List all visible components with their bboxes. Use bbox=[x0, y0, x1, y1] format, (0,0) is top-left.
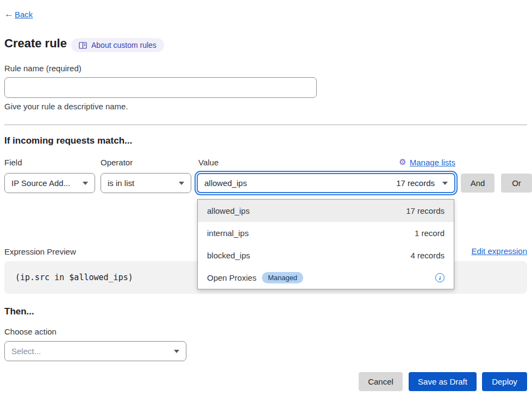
list-item-records: 1 record bbox=[415, 228, 445, 238]
back-link-label[interactable]: Back bbox=[15, 10, 33, 19]
rule-name-help-text: Give your rule a descriptive name. bbox=[4, 102, 128, 111]
list-item-records: 4 records bbox=[410, 251, 445, 260]
list-item-name: Open Proxies bbox=[207, 273, 256, 282]
value-select[interactable]: allowed_ips 17 records bbox=[197, 173, 455, 193]
chevron-down-icon bbox=[442, 182, 448, 185]
operator-select-value: is in list bbox=[108, 178, 179, 188]
then-section-heading: Then... bbox=[4, 306, 34, 317]
field-select-value: IP Source Add... bbox=[11, 178, 83, 188]
about-custom-rules-label: About custom rules bbox=[91, 41, 157, 50]
list-item-name: internal_ips bbox=[207, 228, 415, 238]
or-button[interactable]: Or bbox=[501, 174, 532, 193]
section-divider bbox=[4, 125, 527, 125]
rule-name-label: Rule name (required) bbox=[4, 64, 82, 73]
and-button[interactable]: And bbox=[461, 174, 495, 193]
list-item-name: blocked_ips bbox=[207, 251, 410, 260]
deploy-button[interactable]: Deploy bbox=[482, 372, 527, 391]
match-section-heading: If incoming requests match... bbox=[4, 135, 132, 146]
lists-dropdown: allowed_ips 17 records internal_ips 1 re… bbox=[197, 199, 454, 289]
operator-label: Operator bbox=[101, 158, 133, 167]
chevron-down-icon bbox=[83, 182, 88, 185]
page-title: Create rule bbox=[4, 36, 67, 51]
save-as-draft-button[interactable]: Save as Draft bbox=[409, 372, 477, 391]
list-item-internal-ips[interactable]: internal_ips 1 record bbox=[198, 222, 454, 244]
value-label: Value bbox=[198, 158, 218, 167]
list-item-open-proxies[interactable]: Open Proxies Managed i bbox=[198, 267, 454, 289]
field-select[interactable]: IP Source Add... bbox=[4, 173, 95, 193]
field-label: Field bbox=[4, 158, 22, 167]
rule-name-input[interactable] bbox=[4, 77, 317, 98]
expression-code: (ip.src in $allowed_ips) bbox=[15, 273, 133, 282]
list-item-blocked-ips[interactable]: blocked_ips 4 records bbox=[198, 244, 454, 267]
chevron-down-icon bbox=[179, 182, 184, 185]
chevron-down-icon bbox=[174, 350, 179, 353]
manage-lists-label[interactable]: Manage lists bbox=[410, 158, 455, 167]
value-select-value: allowed_ips bbox=[204, 178, 396, 188]
expression-preview-label: Expression Preview bbox=[4, 247, 76, 256]
gear-icon: ⚙ bbox=[399, 157, 406, 167]
info-icon[interactable]: i bbox=[435, 273, 445, 282]
action-select-placeholder: Select... bbox=[11, 347, 174, 356]
list-item-allowed-ips[interactable]: allowed_ips 17 records bbox=[198, 200, 454, 222]
manage-lists-link[interactable]: ⚙ Manage lists bbox=[399, 157, 455, 167]
value-select-records: 17 records bbox=[396, 178, 435, 188]
create-rule-page: ← Back Create rule About custom rules Ru… bbox=[0, 0, 532, 402]
action-select[interactable]: Select... bbox=[4, 341, 186, 361]
list-item-records: 17 records bbox=[406, 206, 445, 215]
managed-badge: Managed bbox=[262, 272, 303, 283]
cancel-button[interactable]: Cancel bbox=[359, 372, 403, 391]
back-arrow-icon: ← bbox=[4, 9, 14, 20]
edit-expression-link[interactable]: Edit expression bbox=[471, 246, 527, 256]
back-link[interactable]: ← Back bbox=[4, 9, 33, 20]
about-custom-rules-link[interactable]: About custom rules bbox=[71, 38, 164, 52]
book-icon bbox=[79, 42, 87, 49]
choose-action-label: Choose action bbox=[4, 327, 57, 336]
operator-select[interactable]: is in list bbox=[101, 173, 191, 193]
list-item-name: allowed_ips bbox=[207, 206, 406, 215]
